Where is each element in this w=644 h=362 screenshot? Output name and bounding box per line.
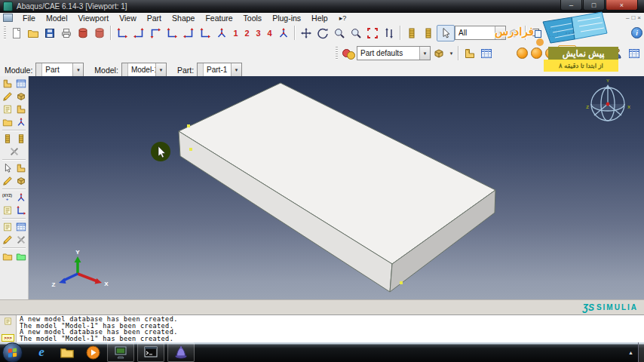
pan-view-button[interactable] — [298, 26, 314, 41]
part-display-options-button[interactable] — [462, 46, 478, 61]
taskbar-media-player[interactable] — [81, 343, 104, 361]
tool-datum-plane[interactable] — [1, 204, 14, 216]
display-defaults-combo[interactable]: Part defaults ▼ — [357, 46, 431, 60]
tool-solid-revolve[interactable] — [14, 90, 27, 103]
tool-partition-cell[interactable] — [1, 234, 14, 246]
start-button[interactable] — [2, 342, 23, 362]
tool-create-wire[interactable] — [14, 162, 27, 174]
menu-feature[interactable]: Feature — [200, 14, 238, 23]
menu-view[interactable]: View — [114, 14, 142, 23]
show-hidden-icons-button[interactable]: ▲ — [628, 350, 638, 355]
model-combo[interactable]: Model-1 ▼ — [121, 63, 167, 77]
chevron-down-icon[interactable]: ▼ — [419, 47, 430, 60]
tool-shell-extrude[interactable] — [1, 103, 14, 115]
taskbar-app-abaqus-cae[interactable] — [167, 342, 195, 362]
view-back-button[interactable] — [130, 26, 147, 41]
tool-cut-extrude[interactable] — [14, 103, 27, 115]
render-shaded-button[interactable] — [517, 48, 528, 59]
cycle-views-button[interactable] — [381, 26, 397, 41]
saved-view-3-button[interactable]: 3 — [253, 26, 264, 40]
view-left-button[interactable] — [180, 26, 197, 41]
mdi-close-icon[interactable]: × — [637, 14, 641, 21]
menu-help[interactable]: Help — [306, 14, 333, 23]
toolbar-grip[interactable] — [4, 26, 6, 40]
tool-create-part[interactable] — [1, 78, 14, 90]
viewport-canvas[interactable]: Y X Z Y Z X — [29, 76, 644, 299]
view-compass[interactable]: Y Z X — [586, 78, 630, 121]
render-beam-profiles-button[interactable] — [403, 26, 420, 41]
part-3d-slab[interactable] — [179, 83, 495, 292]
info-icon[interactable]: i — [631, 27, 642, 38]
view-front-button[interactable] — [114, 26, 130, 41]
custom-view-button[interactable] — [275, 26, 292, 41]
rotate-view-button[interactable] — [314, 26, 331, 41]
database-save-button[interactable] — [75, 26, 91, 41]
render-shell-thickness-button[interactable] — [420, 26, 437, 41]
render-style-button[interactable] — [431, 46, 447, 61]
view-right-button[interactable] — [197, 26, 213, 41]
box-zoom-button[interactable] — [348, 26, 364, 41]
kernel-cli-icon[interactable]: >>> — [2, 334, 14, 342]
menu-tools[interactable]: Tools — [238, 14, 268, 23]
tool-part-manager[interactable] — [1, 250, 14, 262]
chevron-down-icon[interactable]: ▼ — [231, 63, 241, 76]
new-model-button[interactable] — [8, 26, 25, 41]
tool-datum-point-xyz[interactable]: (XYZ)+ — [1, 192, 14, 204]
tool-datum-csys[interactable] — [14, 204, 27, 216]
tool-mirror-part[interactable] — [14, 116, 27, 128]
print-button[interactable] — [58, 26, 75, 41]
database-compress-button[interactable] — [91, 26, 108, 41]
maximize-button[interactable]: □ — [583, 0, 605, 11]
options-table-button[interactable] — [626, 46, 642, 61]
tool-edit-feature[interactable] — [1, 175, 14, 187]
saved-view-1-button[interactable]: 1 — [230, 26, 241, 40]
taskbar-internet-explorer[interactable]: e — [30, 343, 53, 361]
render-hidden-button[interactable] — [531, 48, 542, 59]
tool-query[interactable] — [1, 162, 14, 174]
tool-feature-resume[interactable] — [14, 133, 27, 145]
close-button[interactable]: × — [606, 0, 638, 11]
menu-model[interactable]: Model — [41, 14, 73, 23]
chevron-down-icon[interactable]: ▼ — [155, 63, 166, 76]
taskbar-windows-explorer[interactable] — [56, 343, 78, 361]
saved-view-4-button[interactable]: 4 — [264, 26, 275, 40]
mdi-restore-icon[interactable]: □ — [631, 14, 635, 21]
tool-part-copy[interactable] — [14, 250, 27, 262]
tool-repair-geometry[interactable] — [14, 175, 27, 187]
color-code-button[interactable] — [340, 46, 357, 61]
toolbar-grip[interactable] — [336, 47, 338, 60]
view-bottom-button[interactable] — [164, 26, 180, 41]
tool-round-fillet[interactable] — [1, 116, 14, 128]
tool-sketch[interactable] — [14, 78, 27, 90]
view-iso-button[interactable] — [213, 26, 230, 41]
open-model-button[interactable] — [25, 26, 41, 41]
menu-shape[interactable]: Shape — [167, 14, 200, 23]
tool-virtual-topology[interactable] — [14, 234, 27, 246]
field-output-button[interactable] — [478, 46, 495, 61]
auto-fit-button[interactable] — [364, 26, 381, 41]
saved-view-2-button[interactable]: 2 — [241, 26, 253, 40]
tool-datum-axis[interactable] — [14, 192, 27, 204]
minimize-button[interactable]: – — [560, 0, 582, 11]
taskbar-app-monitor[interactable] — [107, 342, 134, 362]
tool-feature-suppress[interactable] — [1, 133, 14, 145]
tool-feature-delete[interactable] — [8, 146, 20, 158]
show-desktop-button[interactable] — [638, 342, 644, 362]
chevron-down-icon[interactable]: ▼ — [72, 63, 83, 76]
module-combo[interactable]: Part ▼ — [35, 63, 84, 77]
save-model-button[interactable] — [41, 26, 58, 41]
message-log[interactable]: A new model database has been created. T… — [17, 315, 181, 343]
menu-viewport[interactable]: Viewport — [73, 14, 115, 23]
tool-solid-extrude[interactable] — [1, 90, 14, 103]
part-combo[interactable]: Part-1 ▼ — [197, 63, 242, 77]
message-manager-icon[interactable] — [3, 317, 13, 326]
taskbar-app-command-prompt[interactable] — [137, 342, 164, 362]
chevron-down-icon[interactable]: ▼ — [447, 47, 455, 60]
mdi-minimize-icon[interactable]: – — [626, 14, 629, 21]
viewport-window-icon[interactable] — [3, 14, 13, 22]
tool-partition-face[interactable] — [14, 221, 27, 233]
magnify-view-button[interactable] — [331, 26, 348, 41]
menu-file[interactable]: File — [17, 14, 41, 23]
view-top-button[interactable] — [147, 26, 164, 41]
select-entities-button[interactable] — [437, 25, 455, 41]
